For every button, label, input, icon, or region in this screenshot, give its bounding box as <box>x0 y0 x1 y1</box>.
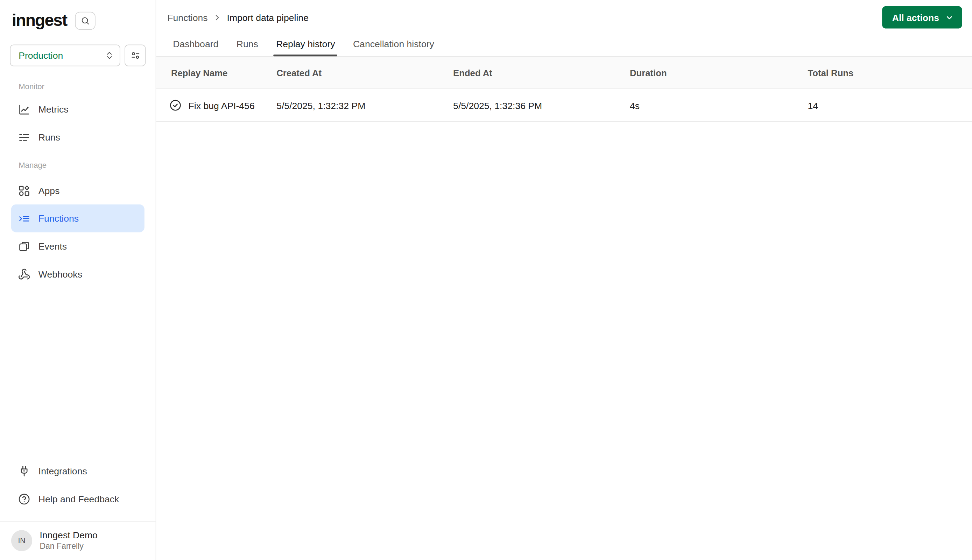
events-copy-icon <box>18 240 30 252</box>
breadcrumb-functions-link[interactable]: Functions <box>167 12 207 23</box>
environment-settings-button[interactable] <box>125 45 146 67</box>
cell-ended-at: 5/5/2025, 1:32:36 PM <box>453 100 630 110</box>
sidebar-item-help[interactable]: Help and Feedback <box>11 485 144 513</box>
tab-replay-history[interactable]: Replay history <box>274 30 337 56</box>
all-actions-button[interactable]: All actions <box>882 6 962 29</box>
replay-history-table: Replay Name Created At Ended At Duration… <box>156 57 972 122</box>
column-header-replay-name: Replay Name <box>171 68 276 78</box>
sidebar-item-label: Apps <box>38 185 60 196</box>
chevron-down-icon <box>945 13 954 22</box>
replay-name-text: Fix bug API-456 <box>189 100 255 110</box>
cell-created-at: 5/5/2025, 1:32:32 PM <box>276 100 453 110</box>
sidebar-item-runs[interactable]: Runs <box>11 123 144 152</box>
chevrons-up-down-icon <box>105 51 114 60</box>
tab-dashboard[interactable]: Dashboard <box>171 30 221 56</box>
breadcrumb: Functions Import data pipeline <box>167 12 309 23</box>
page-title: Import data pipeline <box>227 12 309 23</box>
sidebar-item-metrics[interactable]: Metrics <box>11 95 144 123</box>
org-name: Inngest Demo <box>40 530 97 541</box>
sidebar-item-integrations[interactable]: Integrations <box>11 457 144 485</box>
sidebar-top: inngest Production <box>0 0 156 67</box>
chart-line-icon <box>18 103 30 115</box>
cell-duration: 4s <box>630 100 808 110</box>
table-header: Replay Name Created At Ended At Duration… <box>156 57 972 89</box>
sidebar-item-events[interactable]: Events <box>11 232 144 260</box>
plug-icon <box>18 465 30 477</box>
sidebar-nav: Monitor Metrics Runs Manage Apps <box>0 67 156 288</box>
environment-value: Production <box>18 50 63 61</box>
user-name: Dan Farrelly <box>40 541 97 551</box>
sidebar-item-functions[interactable]: Functions <box>11 205 144 232</box>
sidebar-bottom: Integrations Help and Feedback IN Innges… <box>0 457 156 560</box>
functions-list-icon <box>18 212 30 224</box>
sliders-icon <box>130 50 140 61</box>
tab-runs[interactable]: Runs <box>234 30 260 56</box>
column-header-ended-at: Ended At <box>453 68 630 78</box>
apps-grid-icon <box>18 184 30 197</box>
column-header-created-at: Created At <box>276 68 453 78</box>
sidebar: inngest Production <box>0 0 156 560</box>
sidebar-item-label: Help and Feedback <box>38 493 119 504</box>
sidebar-item-label: Runs <box>38 132 60 142</box>
webhook-icon <box>18 268 30 280</box>
main-content: Functions Import data pipeline All actio… <box>156 0 972 560</box>
runs-list-icon <box>18 131 30 143</box>
sidebar-item-webhooks[interactable]: Webhooks <box>11 260 144 288</box>
section-label-manage: Manage <box>18 161 144 171</box>
table-row[interactable]: Fix bug API-456 5/5/2025, 1:32:32 PM 5/5… <box>156 89 972 122</box>
account-info: Inngest Demo Dan Farrelly <box>40 530 97 551</box>
all-actions-label: All actions <box>892 12 939 23</box>
account-menu[interactable]: IN Inngest Demo Dan Farrelly <box>11 522 144 560</box>
section-label-monitor: Monitor <box>18 82 144 92</box>
tab-cancellation-history[interactable]: Cancellation history <box>351 30 436 56</box>
sidebar-item-label: Events <box>38 241 67 251</box>
avatar: IN <box>11 530 32 551</box>
sidebar-item-label: Integrations <box>38 466 87 476</box>
sidebar-item-label: Webhooks <box>38 269 82 279</box>
check-circle-icon <box>169 99 182 111</box>
search-icon <box>80 16 90 25</box>
environment-select[interactable]: Production <box>10 45 120 67</box>
inngest-logo: inngest <box>12 12 67 29</box>
cell-total-runs: 14 <box>808 100 972 110</box>
tab-bar: Dashboard Runs Replay history Cancellati… <box>156 30 972 57</box>
search-button[interactable] <box>75 12 95 29</box>
sidebar-item-apps[interactable]: Apps <box>11 177 144 205</box>
chevron-right-icon <box>213 13 222 22</box>
column-header-duration: Duration <box>630 68 808 78</box>
sidebar-item-label: Metrics <box>38 104 69 115</box>
cell-replay-name: Fix bug API-456 <box>169 99 277 111</box>
column-header-total-runs: Total Runs <box>808 68 972 78</box>
sidebar-item-label: Functions <box>38 213 79 223</box>
app-window: inngest Production <box>0 0 972 560</box>
help-circle-icon <box>18 493 30 505</box>
